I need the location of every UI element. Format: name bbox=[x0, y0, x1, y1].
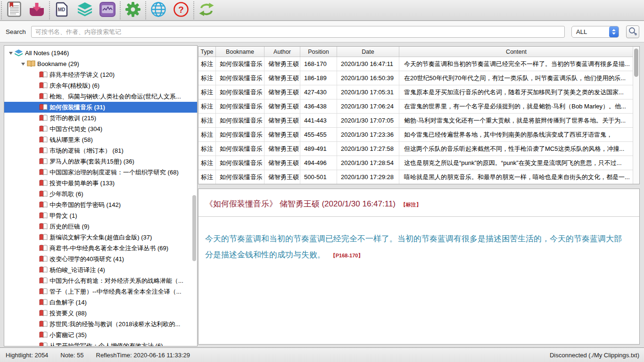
tree-item-label: 少年凯歌 (6) bbox=[50, 190, 85, 198]
column-header-position[interactable]: Position bbox=[300, 47, 337, 57]
tree-item-27[interactable]: 从零开始学写作：个人增值的有效方法 (6) bbox=[4, 340, 197, 346]
tree-item-23[interactable]: 白鱼解字 (14) bbox=[4, 297, 197, 308]
column-header-author[interactable]: Author bbox=[264, 47, 300, 57]
tree-item-18[interactable]: 商君书-中华经典名著全本全注全译丛书 (69) bbox=[4, 243, 197, 254]
book-icon bbox=[39, 169, 50, 176]
tree-item-5[interactable]: 如何假装懂音乐 (31) bbox=[4, 102, 197, 113]
table-scrollbar[interactable] bbox=[633, 47, 639, 184]
cell-bookname: 如何假装懂音乐 bbox=[216, 156, 264, 170]
tree-scrollbar[interactable] bbox=[192, 195, 196, 261]
web-button[interactable] bbox=[147, 0, 170, 20]
help-icon: ? bbox=[173, 1, 189, 19]
table-scrollbar-thumb[interactable] bbox=[634, 49, 638, 77]
tree-item-2[interactable]: 薛兆丰经济学讲义 (120) bbox=[4, 69, 197, 80]
tree-item-label: 中央帝国的哲学密码 (142) bbox=[50, 201, 123, 209]
tree-item-24[interactable]: 投资要义 (88) bbox=[4, 308, 197, 319]
column-header-type[interactable]: Type bbox=[198, 47, 216, 57]
tree-item-20[interactable]: 杨伯峻_论语译注 (4) bbox=[4, 264, 197, 275]
help-button[interactable]: ? bbox=[170, 0, 192, 20]
book-icon bbox=[39, 245, 50, 252]
settings-button[interactable] bbox=[122, 0, 144, 20]
toolbar-separator bbox=[49, 1, 50, 19]
table-row[interactable]: 标注如何假装懂音乐储智勇王硕500-5012020/1/30 17:29:28嘻… bbox=[198, 170, 633, 184]
tree-item-14[interactable]: 中央帝国的哲学密码 (142) bbox=[4, 199, 197, 210]
table-row[interactable]: 标注如何假装懂音乐储智勇王硕168-1702020/1/30 16:47:11今… bbox=[198, 57, 633, 71]
tree-item-13[interactable]: 少年凯歌 (6) bbox=[4, 189, 197, 199]
column-header-bookname[interactable]: Bookname bbox=[216, 47, 264, 57]
table-row[interactable]: 标注如何假装懂音乐储智勇王硕186-1892020/1/30 16:50:39在… bbox=[198, 71, 633, 85]
cell-content: 雷鬼原本是牙买加流行音乐的代名词，随着牙买加移民到了英美之类的发达国家... bbox=[399, 85, 633, 99]
cell-content: 今天的节奏蓝调和当初的节奏蓝调已经完全不一样了。当初的节奏蓝调有很多是描... bbox=[399, 57, 633, 71]
toolbar: MD bbox=[0, 0, 644, 21]
tree-item-9[interactable]: 市场的逻辑（增订本） (81) bbox=[4, 145, 197, 156]
statistics-button[interactable] bbox=[96, 0, 119, 20]
cell-content: 如今雷鬼已经传遍世界各地，其中传到南美的那条线演变成了西班牙语雷鬼， bbox=[399, 128, 633, 141]
cell-content: 在雷鬼的世界里，有一个名字是必须提到的，就是鲍勃·马利（Bob Marley）。… bbox=[399, 99, 633, 113]
tree-item-25[interactable]: 苏世民:我的经验与教训（2018读桥水达利欧的... bbox=[4, 319, 197, 329]
cell-bookname: 如何假装懂音乐 bbox=[216, 142, 264, 156]
tree-item-7[interactable]: 中国古代简史 (304) bbox=[4, 123, 197, 134]
cell-position: 455-455 bbox=[300, 128, 337, 141]
book-icon bbox=[39, 234, 50, 241]
tree-item-3[interactable]: 庆余年(精校版) (6) bbox=[4, 80, 197, 91]
import-button[interactable] bbox=[25, 0, 48, 20]
refresh-button[interactable] bbox=[195, 0, 218, 20]
tree-item-15[interactable]: 甲骨文 (1) bbox=[4, 210, 197, 221]
disclosure-triangle-icon[interactable] bbox=[19, 63, 27, 66]
cell-position: 427-430 bbox=[300, 85, 337, 99]
tree-item-0[interactable]: All Notes (1946) bbox=[4, 48, 197, 58]
cell-author: 储智勇王硕 bbox=[264, 114, 300, 127]
cell-date: 2020/1/30 17:29:28 bbox=[337, 170, 399, 184]
layers-export-button[interactable] bbox=[74, 0, 96, 20]
refresh-sync-icon bbox=[198, 2, 215, 19]
disclosure-triangle-icon[interactable] bbox=[7, 52, 15, 55]
book-icon bbox=[39, 190, 50, 197]
tree-item-4[interactable]: 枪炮、病菌与钢铁:人类社会的命运(世纪人文系... bbox=[4, 91, 197, 102]
table-row[interactable]: 标注如何假装懂音乐储智勇王硕427-4302020/1/30 17:05:31雷… bbox=[198, 85, 633, 99]
tree-item-label: 罗马人的故事(套装共15册) (36) bbox=[50, 157, 136, 166]
table-row[interactable]: 标注如何假装懂音乐储智勇王硕441-4432020/1/30 17:07:05鲍… bbox=[198, 114, 633, 128]
cell-content: 嘻哈就是黑人的朋克音乐。和最早的朋克一样，嘻哈也是来自街头的文化，都是一... bbox=[399, 170, 633, 184]
tree-item-1[interactable]: Bookname (29) bbox=[4, 58, 197, 69]
notes-button[interactable] bbox=[3, 0, 25, 20]
tree-item-17[interactable]: 新编说文解字大全集(超值白金版) (37) bbox=[4, 232, 197, 243]
table-row[interactable]: 标注如何假装懂音乐储智勇王硕436-4382020/1/30 17:06:24在… bbox=[198, 99, 633, 114]
cell-author: 储智勇王硕 bbox=[264, 170, 300, 184]
tree-item-21[interactable]: 中国为什么有前途：对外经济关系的战略潜能（... bbox=[4, 275, 197, 286]
table-row[interactable]: 标注如何假装懂音乐储智勇王硕455-4552020/1/30 17:23:36如… bbox=[198, 128, 633, 142]
book-icon bbox=[39, 223, 50, 230]
table-row[interactable]: 标注如何假装懂音乐储智勇王硕494-4962020/1/30 17:28:54这… bbox=[198, 156, 633, 170]
tree-item-12[interactable]: 投资中最简单的事 (133) bbox=[4, 178, 197, 189]
cell-position: 489-491 bbox=[300, 142, 337, 156]
search-scope-dropdown[interactable]: ALL bbox=[571, 26, 619, 38]
highlight-count: Hightlight: 2054 bbox=[6, 352, 48, 359]
cell-position: 500-501 bbox=[300, 170, 337, 184]
search-input[interactable] bbox=[31, 26, 565, 38]
tree-item-8[interactable]: 钱从哪里来 (58) bbox=[4, 134, 197, 145]
markdown-export-icon: MD bbox=[54, 2, 70, 19]
tree-item-label: 庆余年(精校版) (6) bbox=[50, 82, 101, 90]
cell-bookname: 如何假装懂音乐 bbox=[216, 57, 264, 71]
tree-item-26[interactable]: 小窗幽记 (35) bbox=[4, 329, 197, 340]
tree-item-11[interactable]: 中国国家治理的制度逻辑：一个组织学研究 (68) bbox=[4, 167, 197, 178]
tree-item-10[interactable]: 罗马人的故事(套装共15册) (36) bbox=[4, 156, 197, 167]
column-header-date[interactable]: Date bbox=[337, 47, 399, 57]
cell-date: 2020/1/30 17:06:24 bbox=[337, 99, 399, 113]
web-globe-icon bbox=[150, 1, 166, 19]
table-row[interactable]: 标注如何假装懂音乐储智勇王硕489-4912020/1/30 17:27:58但… bbox=[198, 142, 633, 156]
cell-date: 2020/1/30 17:27:58 bbox=[337, 142, 399, 156]
markdown-export-button[interactable]: MD bbox=[51, 0, 74, 20]
tree-item-6[interactable]: 货币的教训 (215) bbox=[4, 113, 197, 123]
book-icon bbox=[39, 331, 50, 338]
tree-item-19[interactable]: 改变心理学的40项研究 (41) bbox=[4, 254, 197, 264]
cell-bookname: 如何假装懂音乐 bbox=[216, 71, 264, 85]
table-header: TypeBooknameAuthorPositionDateContent bbox=[198, 47, 633, 57]
tree-item-22[interactable]: 管子（上下册）--中华经典名著全本全注全译（... bbox=[4, 286, 197, 297]
search-go-button[interactable] bbox=[626, 25, 639, 38]
cell-content: 在20世纪50年代到70年代之间，有过一类乐队，叫节奏蓝调乐队，他们使用的乐..… bbox=[399, 71, 633, 85]
cell-position: 168-170 bbox=[300, 57, 337, 71]
tree-item-16[interactable]: 历史的巨镜 (9) bbox=[4, 221, 197, 232]
tree-item-label: 新编说文解字大全集(超值白金版) (37) bbox=[50, 233, 154, 242]
search-label: Search bbox=[6, 21, 26, 42]
column-header-content[interactable]: Content bbox=[399, 47, 633, 57]
